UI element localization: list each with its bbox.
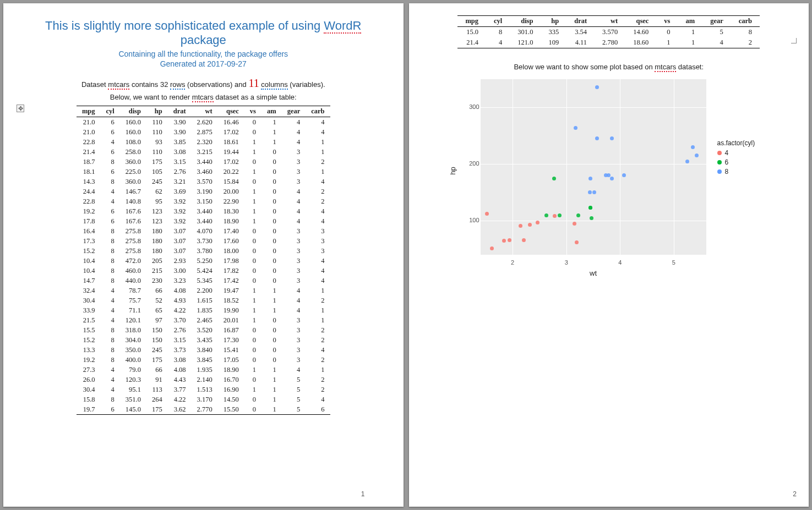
col-gear: gear [702,16,731,27]
table-row: 19.76145.01753.622.77015.500156 [77,404,330,415]
data-point [595,85,599,89]
table-row: 33.9471.1654.221.83519.901141 [77,305,330,315]
below-table-text: Below, we want to render mtcars dataset … [25,93,382,101]
data-point [691,145,695,149]
table-row: 15.88351.02644.223.17014.500154 [77,394,330,404]
table-row: 19.26167.61233.923.44018.301044 [77,206,330,216]
data-point [485,212,489,216]
table-row: 14.38360.02453.213.57015.840034 [77,177,330,187]
page-1: This is slightly more sophisticated exam… [3,3,404,507]
table-row: 10.48472.02052.935.25017.980034 [77,256,330,266]
mtcars-table: mpgcyldisphpdratwtqsecvsamgearcarb 21.06… [77,106,330,415]
data-point [588,177,592,180]
data-point [622,173,626,177]
data-point [508,238,511,242]
data-point [574,126,577,130]
col-mpg: mpg [77,106,101,117]
col-disp: disp [120,106,146,117]
table-row: 22.84140.8953.923.15022.901042 [77,196,330,206]
col-wt: wt [192,106,218,117]
scatter-plot: hp 2345100200300 wt as.factor(cyl) 4 6 8 [481,79,783,277]
data-point [544,213,548,217]
data-point [575,240,579,244]
legend-item: 6 [717,158,755,166]
doc-title: This is slightly more sophisticated exam… [25,19,382,47]
table-row: 13.38350.02453.733.84015.410034 [77,345,330,355]
data-point [573,222,576,226]
col-disp: disp [510,16,541,27]
table-row: 21.44121.01094.112.78018.601142 [457,37,760,48]
col-drat: drat [566,16,595,27]
table-row: 18.16225.01052.763.46020.221031 [77,167,330,177]
col-mpg: mpg [457,16,486,27]
table-row: 27.3479.0664.081.93518.901141 [77,365,330,375]
pkg-name: WordR [324,19,361,34]
data-point [610,177,614,180]
table-row: 30.4475.7524.931.61518.521142 [77,295,330,305]
data-point [552,177,556,180]
legend: as.factor(cyl) 4 6 8 [717,139,755,177]
col-gear: gear [282,106,306,117]
legend-title: as.factor(cyl) [717,139,755,147]
data-point [528,223,532,227]
data-point [592,190,596,194]
data-point [490,246,494,250]
x-axis-label: wt [481,269,706,277]
data-point [558,213,562,217]
data-point [536,221,539,224]
data-point [576,213,580,217]
data-point [590,216,593,220]
table-row: 26.04120.3914.432.14016.700152 [77,375,330,385]
col-cyl: cyl [486,16,510,27]
data-point [695,153,699,157]
table-header-row: mpgcyldisphpdratwtqsecvsamgearcarb [77,106,330,117]
page-2: mpgcyldisphpdratwtqsecvsamgearcarb 15.08… [409,3,809,507]
legend-item: 4 [717,149,755,157]
table-row: 15.08301.03353.543.57014.600158 [457,27,760,38]
data-point [685,160,689,163]
doc-generated: Generated at 2017-09-27 [25,59,382,68]
col-hp: hp [146,106,168,117]
x-tick: 4 [618,259,622,266]
table-row: 21.46258.01103.083.21519.441031 [77,147,330,157]
legend-item: 8 [717,168,755,176]
y-axis-label: hp [448,167,456,174]
mtcars-table-cont: mpgcyldisphpdratwtqsecvsamgearcarb 15.08… [457,15,760,48]
data-point [588,206,592,210]
data-point [519,224,522,228]
table-row: 21.54120.1973.702.46520.011031 [77,315,330,325]
page-number: 2 [793,490,797,498]
below-plot-text: Below we want to show some plot based on… [431,63,787,71]
table-row: 15.58318.01502.763.52016.870032 [77,325,330,335]
table-row: 15.28304.01503.153.43517.300032 [77,335,330,345]
y-tick: 200 [461,160,479,167]
table-move-handle-icon[interactable]: ✥ [17,105,24,112]
table-row: 21.06160.01103.902.62016.460144 [77,117,330,128]
col-vs: vs [244,106,261,117]
table-row: 17.86167.61233.923.44018.901044 [77,216,330,226]
page-number: 1 [361,490,365,498]
x-tick: 5 [672,259,675,266]
table-row: 16.48275.81803.074.07017.400033 [77,226,330,236]
table-row: 14.78440.02303.235.34517.420034 [77,276,330,286]
col-qsec: qsec [218,106,244,117]
col-carb: carb [731,16,760,27]
doc-subtitle: Containing all the functionality, the pa… [25,50,382,58]
col-am: am [261,106,282,117]
table-row: 30.4495.11133.771.51316.901152 [77,385,330,394]
data-point [595,136,599,140]
table-row: 32.4478.7664.082.20019.471141 [77,286,330,295]
table-row: 10.48460.02153.005.42417.820034 [77,266,330,276]
table-row: 21.06160.01103.902.87517.020144 [77,127,330,137]
col-carb: carb [306,106,330,117]
col-am: am [678,16,702,27]
section-end-icon [791,38,797,43]
col-hp: hp [541,16,566,27]
table-header-row: mpgcyldisphpdratwtqsecvsamgearcarb [457,16,760,27]
col-vs: vs [656,16,678,27]
y-tick: 100 [461,217,479,223]
table-row: 17.38275.81803.073.73017.600033 [77,236,330,246]
col-wt: wt [595,16,625,27]
table-row: 18.78360.01753.153.44017.020032 [77,157,330,167]
table-row: 22.84108.0933.852.32018.611141 [77,137,330,147]
